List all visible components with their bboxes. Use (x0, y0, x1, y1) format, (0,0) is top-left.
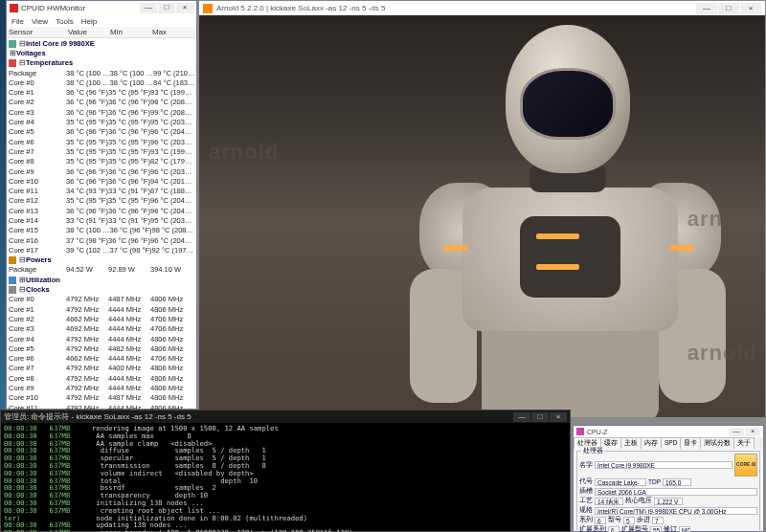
hwmonitor-tree[interactable]: ⊟Intel Core i9 9980XE⊞Voltages⊟Temperatu… (7, 38, 196, 410)
cpuz-processor-group: 处理器 名字 Intel Core i9 9980XE CORE i9 代号 C… (576, 451, 760, 532)
minimize-button[interactable]: — (513, 412, 530, 422)
sensor-row[interactable]: Core #54792 MHz4482 MHz4806 MHz (7, 344, 196, 353)
sensor-row[interactable]: Core #64662 MHz4444 MHz4706 MHz (7, 354, 196, 364)
sensor-row[interactable]: Core #1336 °C (96 °F)36 °C (96 °F)96 °C … (7, 206, 196, 215)
sensor-row[interactable]: Core #038 °C (100 …38 °C (100 …84 °C (18… (7, 78, 196, 87)
sensor-row[interactable]: Core #44792 MHz4444 MHz4806 MHz (7, 334, 196, 344)
sensor-row[interactable]: ⊟Powers (7, 255, 196, 265)
core-voltage: 1.222 V (654, 498, 683, 505)
revision: M0 (679, 526, 690, 533)
arnold-titlebar[interactable]: Arnold 5.2.2.0 | kickaxe SoLaxx -as 12 -… (199, 1, 765, 15)
sensor-row[interactable]: Core #936 °C (96 °F)36 °C (96 °F)96 °C (… (7, 166, 196, 176)
sensor-row[interactable]: Core #114792 MHz4444 MHz4806 MHz (7, 403, 196, 410)
sensor-row[interactable]: ⊞Voltages (7, 48, 196, 57)
sensor-row[interactable]: Core #14792 MHz4444 MHz4806 MHz (7, 304, 196, 314)
sensor-row[interactable]: Core #735 °C (95 °F)35 °C (95 °F)93 °C (… (7, 146, 196, 156)
label: 规格 (579, 506, 593, 515)
sensor-row[interactable]: Core #435 °C (95 °F)35 °C (95 °F)95 °C (… (7, 117, 196, 126)
sensor-row[interactable]: Core #835 °C (95 °F)35 °C (95 °F)82 °C (… (7, 157, 196, 166)
sensor-row[interactable]: Core #1235 °C (95 °F)35 °C (95 °F)96 °C … (7, 196, 196, 206)
menu-tools[interactable]: Tools (56, 17, 74, 26)
arnold-app-icon (203, 4, 213, 13)
sensor-row[interactable]: Core #1433 °C (91 °F)33 °C (91 °F)95 °C … (7, 215, 196, 225)
cpuz-tab[interactable]: 主板 (620, 437, 642, 449)
sensor-row[interactable]: ⊟Clocks (7, 284, 196, 294)
hwmonitor-menubar: File View Tools Help (7, 15, 196, 27)
close-button[interactable]: × (740, 3, 761, 14)
hwmonitor-window[interactable]: CPUID HWMonitor — □ × File View Tools He… (6, 0, 197, 410)
sensor-row[interactable]: Core #1538 °C (100 …36 °C (96 °F)98 °C (… (7, 226, 196, 235)
sensor-row[interactable]: Core #1036 °C (96 °F)36 °C (96 °F)94 °C … (7, 176, 196, 186)
cpu-name: Intel Core i9 9980XE (595, 461, 732, 469)
terminal-title: 管理员: 命令提示符 - kickaxe SoLaxx -as 12 -ns 5… (4, 411, 192, 422)
sensor-row[interactable]: Core #336 °C (96 °F)36 °C (96 °F)99 °C (… (7, 107, 196, 117)
sensor-row[interactable]: Core #1739 °C (102 …37 °C (98 °F)92 °C (… (7, 245, 196, 255)
menu-file[interactable]: File (11, 17, 24, 26)
cpuz-app-icon (576, 428, 584, 435)
cpuz-tab[interactable]: 关于 (733, 437, 755, 449)
sensor-row[interactable]: Core #84792 MHz4444 MHz4806 MHz (7, 373, 196, 383)
col-min[interactable]: Min (108, 27, 150, 37)
maximize-button[interactable]: □ (718, 3, 739, 14)
sensor-row[interactable]: Core #635 °C (95 °F)35 °C (95 °F)96 °C (… (7, 137, 196, 146)
cpuz-window[interactable]: CPU-Z — × 处理器缓存主板内存SPD显卡测试分数关于 处理器 名字 In… (573, 425, 764, 532)
sensor-row[interactable]: ⊞Utilization (7, 275, 196, 284)
package: Socket 2066 LGA (595, 488, 757, 496)
minimize-button[interactable]: — (729, 428, 744, 436)
sensor-row[interactable]: Core #24662 MHz4444 MHz4706 MHz (7, 314, 196, 323)
sensor-row[interactable]: Core #04792 MHz4487 MHz4806 MHz (7, 295, 196, 304)
col-value[interactable]: Value (66, 27, 108, 37)
intel-badge-icon: CORE i9 (734, 454, 757, 477)
col-sensor[interactable]: Sensor (7, 27, 66, 37)
close-button[interactable]: × (176, 3, 193, 13)
codename: Cascade Lake-X (595, 478, 646, 486)
rendered-robot-character (372, 15, 735, 417)
watermark: arnold (687, 207, 757, 232)
sensor-row[interactable]: Core #34692 MHz4444 MHz4706 MHz (7, 324, 196, 334)
col-max[interactable]: Max (150, 27, 192, 37)
hwmonitor-column-headers[interactable]: Sensor Value Min Max (7, 27, 196, 38)
sensor-row[interactable]: Core #136 °C (96 °F)35 °C (95 °F)93 °C (… (7, 87, 196, 97)
group-title: 处理器 (581, 447, 605, 455)
sensor-row[interactable]: Core #94792 MHz4444 MHz4806 MHz (7, 383, 196, 392)
stepping: 7 (652, 517, 664, 524)
close-button[interactable]: × (550, 412, 567, 422)
sensor-row[interactable]: Package94.52 W92.89 W394.10 W (7, 265, 196, 275)
maximize-button[interactable]: □ (158, 3, 175, 13)
terminal-titlebar[interactable]: 管理员: 命令提示符 - kickaxe SoLaxx -as 12 -ns 5… (1, 410, 570, 423)
terminal-content[interactable]: 00:00:30 637MB 00:00:30 637MB 00:00:30 6… (1, 423, 570, 532)
maximize-button[interactable]: □ (531, 412, 549, 422)
sensor-row[interactable]: Core #104792 MHz4487 MHz4806 MHz (7, 393, 196, 403)
sensor-row[interactable]: Package38 °C (100 …38 °C (100 …99 °C (21… (7, 68, 196, 78)
minimize-button[interactable]: — (140, 3, 157, 13)
sensor-row[interactable]: ⊟Intel Core i9 9980XE (7, 38, 196, 48)
sensor-row[interactable]: Core #536 °C (96 °F)36 °C (96 °F)96 °C (… (7, 127, 196, 137)
sensor-row[interactable]: Core #74792 MHz4400 MHz4806 MHz (7, 364, 196, 373)
arnold-title: Arnold 5.2.2.0 | kickaxe SoLaxx -as 12 -… (216, 4, 385, 12)
label: TDP (648, 478, 661, 485)
hwmonitor-title: CPUID HWMonitor (21, 4, 85, 12)
terminal-window[interactable]: 管理员: 命令提示符 - kickaxe SoLaxx -as 12 -ns 5… (0, 410, 571, 532)
specification: Intel(R) Core(TM) i9-9980XE CPU @ 3.00GH… (595, 507, 757, 515)
hwmonitor-titlebar[interactable]: CPUID HWMonitor — □ × (7, 1, 196, 15)
cpuz-tab[interactable]: 内存 (641, 437, 662, 449)
menu-view[interactable]: View (32, 17, 48, 26)
cpuz-tab[interactable]: 显卡 (680, 437, 701, 449)
terminal-log: rendering image at 1500 x 1500, 12 AA sa… (92, 425, 482, 532)
arnold-window[interactable]: Arnold 5.2.2.0 | kickaxe SoLaxx -as 12 -… (198, 0, 766, 417)
cpuz-titlebar[interactable]: CPU-Z — × (574, 426, 763, 437)
hwmonitor-app-icon (10, 4, 18, 12)
label: 修订 (664, 525, 677, 532)
sensor-row[interactable]: Core #236 °C (96 °F)36 °C (96 °F)98 °C (… (7, 98, 196, 107)
tdp: 165.0 W (663, 478, 691, 486)
sensor-row[interactable]: ⊟Temperatures (7, 58, 196, 68)
render-viewport[interactable]: arnold arnold arnold (199, 15, 765, 417)
minimize-button[interactable]: — (696, 3, 717, 14)
cpuz-tab[interactable]: 测试分数 (700, 437, 734, 449)
cpuz-tab[interactable]: SPD (661, 437, 681, 449)
sensor-row[interactable]: Core #1134 °C (93 °F)33 °C (91 °F)87 °C … (7, 186, 196, 195)
close-button[interactable]: × (745, 428, 760, 436)
menu-help[interactable]: Help (81, 17, 97, 26)
label: 代号 (579, 477, 593, 486)
sensor-row[interactable]: Core #1637 °C (98 °F)36 °C (96 °F)96 °C … (7, 235, 196, 245)
